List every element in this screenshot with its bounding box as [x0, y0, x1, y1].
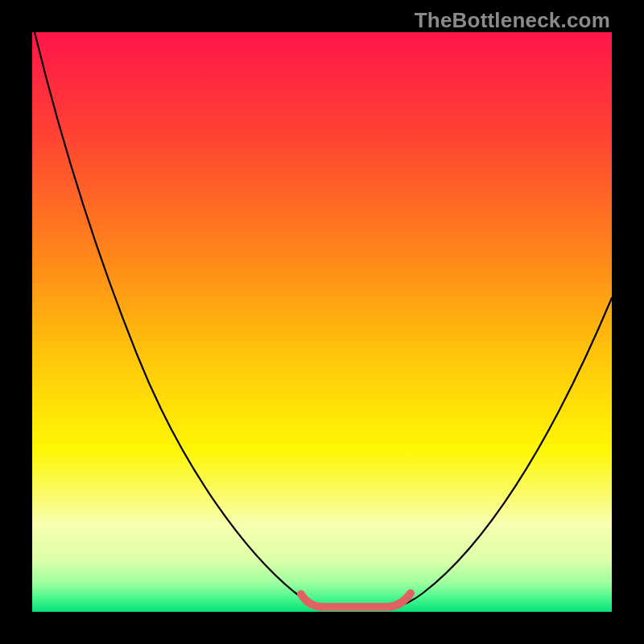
accent-bottom: [301, 593, 411, 607]
main-curve: [35, 32, 612, 607]
watermark-text: TheBottleneck.com: [415, 8, 610, 33]
chart-stage: TheBottleneck.com: [0, 0, 644, 644]
chart-plot: [32, 32, 612, 612]
